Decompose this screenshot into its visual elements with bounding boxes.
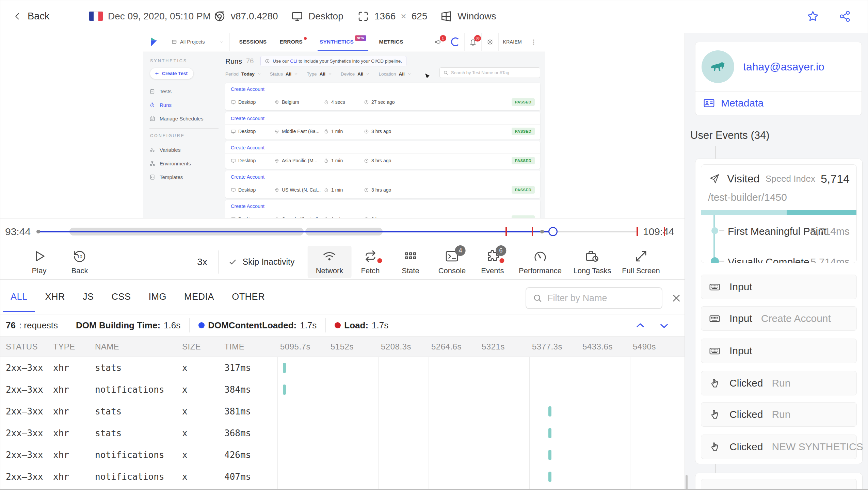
performance-panel-button[interactable]: Performance — [519, 244, 562, 279]
request-row[interactable]: 2xx–3xxxhrnotificationsx384ms — [0, 379, 685, 401]
monitor-icon — [291, 10, 303, 22]
filter-location[interactable]: LocationAll — [379, 71, 411, 77]
full-screen-panel-button[interactable]: Full Screen — [622, 244, 660, 279]
filter-input[interactable] — [547, 293, 656, 304]
run-name-link[interactable]: Create Account — [225, 200, 540, 212]
long-tasks-panel-button[interactable]: Long Tasks — [574, 244, 611, 279]
app-tab-sessions[interactable]: SESSIONS — [239, 33, 267, 51]
network-tab-js[interactable]: JS — [83, 280, 94, 314]
user-email-link[interactable]: tahay@asayer.io — [743, 61, 824, 73]
skip-inactivity-toggle[interactable]: Skip Inactivity — [228, 244, 295, 279]
input-event-card[interactable]: Input — [701, 275, 857, 299]
sidebar-item-runs[interactable]: Runs — [149, 98, 219, 112]
back-10s-button[interactable]: 10 Back — [71, 244, 88, 279]
previous-request-button[interactable] — [635, 320, 646, 331]
metric-timeline-line — [713, 215, 715, 258]
settings-button[interactable] — [481, 33, 498, 51]
request-time: 384ms — [224, 379, 251, 401]
state-panel-button[interactable]: State — [402, 244, 419, 279]
fetch-panel-button[interactable]: Fetch — [361, 244, 380, 279]
user-menu[interactable]: KRAIEM — [498, 33, 526, 51]
dcl-dot — [198, 322, 205, 328]
mouse-cursor-icon — [424, 72, 432, 81]
stopwatch-icon — [324, 100, 329, 105]
share-button[interactable] — [836, 8, 853, 25]
network-tab-all[interactable]: ALL — [11, 280, 28, 314]
load-summary: Load:1.7s — [326, 318, 397, 332]
run-name-link[interactable]: Create Account — [225, 83, 540, 95]
sidebar-item-variables[interactable]: Variables — [149, 143, 219, 157]
sidebar-item-tests[interactable]: Tests — [149, 84, 219, 98]
run-name-link[interactable]: Create Account — [225, 170, 540, 183]
sidebar-item-templates[interactable]: Templates — [149, 170, 219, 184]
visited-event-card[interactable]: Visited Speed Index 5,714 /test-builder/… — [701, 164, 857, 263]
test-search-box[interactable] — [439, 67, 540, 78]
close-panel-button[interactable] — [668, 287, 685, 309]
app-tab-synthetics[interactable]: SYNTHETICSNEW — [320, 33, 366, 51]
click-event-card[interactable]: ClickedRun — [701, 402, 857, 427]
create-test-button[interactable]: Create Test — [150, 68, 193, 79]
announcements-button[interactable]: 1 — [430, 33, 447, 51]
console-panel-button[interactable]: 4Console — [438, 244, 466, 279]
sidebar-item-manage-schedules[interactable]: Manage Schedules — [149, 112, 219, 125]
click-event-card[interactable]: ClickedRun — [701, 371, 857, 395]
network-tab-css[interactable]: CSS — [112, 280, 131, 314]
notifications-button[interactable]: 33 — [464, 33, 481, 51]
next-request-button[interactable] — [659, 320, 670, 331]
network-tab-media[interactable]: MEDIA — [184, 280, 214, 314]
run-card[interactable]: Create AccountDesktopAsia Pacific (M...1… — [225, 141, 540, 169]
timeline-track[interactable] — [38, 218, 637, 245]
request-row[interactable]: 2xx–3xxxhrnotificationsx426ms — [0, 444, 685, 466]
run-card[interactable]: Create AccountDesktopCanada (Central)1 m… — [225, 200, 540, 218]
filter-period[interactable]: PeriodToday — [225, 71, 261, 77]
filter-status[interactable]: StatusAll — [270, 71, 298, 77]
request-row[interactable]: 2xx–3xxxhrnotificationsx407ms — [0, 466, 685, 488]
input-event-card[interactable]: Input — [701, 339, 857, 363]
metric-dash — [719, 261, 724, 262]
dom-building-value: 1.6s — [164, 320, 180, 331]
project-selector[interactable]: All Projects — [166, 33, 230, 51]
sidebar-item-environments[interactable]: Environments — [149, 157, 219, 170]
runs-title: Runs — [225, 57, 242, 65]
input-event-card[interactable]: InputCreate Account — [701, 306, 857, 331]
event-tick — [664, 227, 665, 236]
filter-box[interactable] — [526, 287, 662, 309]
back-button[interactable]: Back — [13, 0, 49, 32]
run-card[interactable]: Create AccountDesktopUS West (N. Cal...1… — [225, 170, 540, 198]
run-name-link[interactable]: Create Account — [225, 112, 540, 125]
run-card[interactable]: Create AccountDesktopMiddle East (Ba...1… — [225, 112, 540, 140]
expand-icon — [633, 249, 648, 264]
network-tab-other[interactable]: OTHER — [232, 280, 265, 314]
request-row[interactable]: 2xx–3xxxhrstatsx381ms — [0, 401, 685, 422]
more-menu[interactable]: ⋮ — [526, 33, 541, 51]
run-duration: 1 min — [324, 158, 364, 163]
playhead-handle[interactable] — [548, 227, 558, 236]
cli-link[interactable]: CLI — [290, 59, 297, 64]
run-card[interactable]: Create AccountDesktopBelgium4 secs27 sec… — [225, 83, 540, 110]
network-tab-img[interactable]: IMG — [149, 280, 167, 314]
speed-button[interactable]: 3x — [197, 244, 207, 279]
network-tab-xhr[interactable]: XHR — [45, 280, 65, 314]
resolution-separator: × — [401, 11, 406, 22]
click-event-card[interactable]: ClickedNEW SYNTHETICS — [701, 435, 857, 459]
network-panel-button[interactable]: Network — [308, 246, 352, 278]
app-tab-errors[interactable]: ERRORS — [279, 33, 307, 51]
request-row[interactable]: 2xx–3xxxhrstatsx368ms — [0, 422, 685, 444]
request-timing-bar — [283, 363, 286, 373]
run-name-link[interactable]: Create Account — [225, 141, 540, 154]
filter-type[interactable]: TypeAll — [307, 71, 332, 77]
requests-label: : requests — [19, 320, 58, 331]
sidebar-scrollbar[interactable] — [686, 475, 688, 490]
metadata-button[interactable]: Metadata — [695, 92, 862, 115]
play-button[interactable]: Play — [32, 244, 47, 279]
events-panel-button[interactable]: 6Events — [481, 244, 504, 279]
time-column-header: 5433.6s — [582, 337, 613, 357]
request-row[interactable]: 2xx–3xxxhrstatsx317ms — [0, 357, 685, 379]
app-tab-metrics[interactable]: METRICS — [379, 33, 403, 51]
progress-line — [38, 231, 553, 232]
favorite-button[interactable] — [804, 8, 821, 25]
filter-device[interactable]: DeviceAll — [341, 71, 370, 77]
keyboard-icon — [709, 281, 721, 293]
test-search-input[interactable] — [451, 70, 536, 75]
alert-dot — [499, 258, 504, 263]
